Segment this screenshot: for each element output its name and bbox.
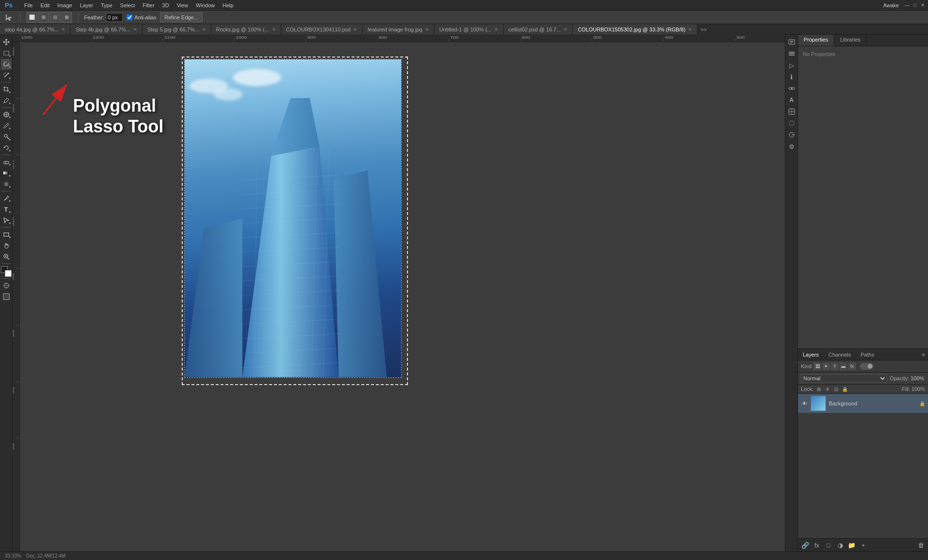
- add-style-btn[interactable]: fx: [812, 541, 821, 549]
- tab-colourbox2[interactable]: COLOURBOX1505302.jpg @ 33.3% (RGB/8) ✕: [573, 24, 697, 35]
- filter-toggle[interactable]: [860, 363, 873, 370]
- action-icon[interactable]: ▷: [786, 60, 797, 71]
- filter-shape-icon[interactable]: ▬: [840, 362, 847, 370]
- menu-layer[interactable]: Layer: [76, 1, 97, 9]
- filter-smart-icon[interactable]: fx: [848, 362, 856, 370]
- brush-tool-btn[interactable]: ▸: [1, 120, 12, 131]
- tab-step4b[interactable]: Step 4b.jpg @ 66.7%... ✕: [71, 24, 142, 35]
- gradient-tool-btn[interactable]: ▸: [1, 168, 12, 178]
- tab-close[interactable]: ✕: [202, 27, 206, 32]
- tab-close[interactable]: ✕: [425, 27, 429, 32]
- history-brush-tool-btn[interactable]: ▸: [1, 143, 12, 153]
- table-icon[interactable]: [786, 106, 797, 117]
- tab-paths[interactable]: Paths: [856, 350, 879, 359]
- anti-alias-checkbox[interactable]: [127, 14, 132, 20]
- filter-pixel-icon[interactable]: 🖼: [813, 362, 821, 370]
- tab-overflow-btn[interactable]: >>: [697, 27, 710, 32]
- background-color[interactable]: [5, 270, 12, 277]
- eraser-tool-btn[interactable]: ▸: [1, 157, 12, 167]
- patch-tool-btn[interactable]: ▸: [1, 109, 12, 120]
- tab-rocks[interactable]: Rocks.jpg @ 100% (... ✕: [211, 24, 281, 35]
- filter-adjust-icon[interactable]: ✦: [822, 362, 830, 370]
- character-icon[interactable]: A: [786, 95, 797, 105]
- info-icon[interactable]: ℹ: [786, 72, 797, 82]
- pen-tool-btn[interactable]: ▸: [1, 193, 12, 203]
- menu-3d[interactable]: 3D: [159, 1, 173, 9]
- add-mask-btn[interactable]: □: [824, 541, 833, 549]
- refine-edge-button[interactable]: Refine Edge...: [160, 13, 203, 22]
- link-layers-btn[interactable]: 🔗: [801, 541, 810, 549]
- maximize-button[interactable]: □: [912, 2, 918, 9]
- blur-tool-btn[interactable]: ▸: [1, 179, 12, 189]
- zoom-tool-btn[interactable]: [1, 251, 12, 262]
- move-tool-btn[interactable]: [1, 37, 12, 47]
- tab-untitled[interactable]: Untitled-1 @ 100% (... ✕: [435, 24, 504, 35]
- add-adjustment-btn[interactable]: ◑: [836, 541, 844, 549]
- marquee-tool-btn[interactable]: ▸: [1, 48, 12, 58]
- tab-step5[interactable]: Step 5.jpg @ 66.7%... ✕: [143, 24, 211, 35]
- path-select-tool-btn[interactable]: ▸: [1, 215, 12, 226]
- lock-all-icon[interactable]: 🔒: [841, 386, 848, 392]
- menu-window[interactable]: Window: [192, 1, 218, 9]
- menu-select[interactable]: Select: [116, 1, 139, 9]
- menu-type[interactable]: Type: [97, 1, 116, 9]
- menu-file[interactable]: File: [20, 1, 37, 9]
- tab-close[interactable]: ✕: [564, 27, 567, 32]
- new-group-btn[interactable]: 📁: [847, 541, 856, 549]
- tab-frog[interactable]: featured image frog.jpg ✕: [362, 24, 434, 35]
- blend-mode-select[interactable]: Normal: [801, 374, 887, 383]
- add-selection-btn[interactable]: ⊞: [38, 12, 49, 23]
- tab-close[interactable]: ✕: [353, 27, 357, 32]
- clone-stamp-tool-btn[interactable]: ▸: [1, 131, 12, 142]
- adjustments-icon[interactable]: [786, 83, 797, 94]
- tab-channels[interactable]: Channels: [824, 350, 856, 359]
- lasso-tool-btn[interactable]: ▸: [1, 59, 12, 70]
- menu-image[interactable]: Image: [54, 1, 76, 9]
- magic-wand-tool-btn[interactable]: ▸: [1, 70, 12, 81]
- new-selection-btn[interactable]: ⬜: [27, 12, 37, 23]
- menu-help[interactable]: Help: [218, 1, 237, 9]
- minimize-button[interactable]: —: [904, 2, 911, 9]
- crop-tool-btn[interactable]: ▸: [1, 84, 12, 95]
- tab-libraries[interactable]: Libraries: [834, 35, 867, 46]
- hand-tool-btn[interactable]: [1, 240, 12, 251]
- canvas-area[interactable]: PolygonalLasso Tool: [20, 42, 785, 551]
- quick-mask-btn[interactable]: [1, 280, 12, 291]
- tab-step4a[interactable]: step 4a.jpg @ 66.7%... ✕: [0, 24, 71, 35]
- tab-cellist[interactable]: cellist02.psd @ 16.7... ✕: [504, 24, 573, 35]
- layers-panel-icon[interactable]: [786, 48, 797, 59]
- menu-view[interactable]: View: [173, 1, 192, 9]
- lock-position-icon[interactable]: ✛: [824, 386, 831, 392]
- filter-type-icon[interactable]: T: [831, 362, 839, 370]
- color-swatches[interactable]: [1, 266, 12, 277]
- eyedropper-tool-btn[interactable]: ▸: [1, 95, 12, 106]
- screen-mode-btn[interactable]: [1, 291, 12, 302]
- tab-close[interactable]: ✕: [61, 27, 65, 32]
- tab-properties[interactable]: Properties: [798, 35, 834, 46]
- subtract-selection-btn[interactable]: ⊟: [50, 12, 60, 23]
- properties-panel-icon[interactable]: [786, 37, 797, 47]
- layer-row-background[interactable]: 👁 Background 🔒: [798, 394, 928, 414]
- intersect-selection-btn[interactable]: ⊠: [61, 12, 72, 23]
- brush-settings-icon[interactable]: [786, 118, 797, 129]
- layer-visibility-icon[interactable]: 👁: [801, 400, 808, 407]
- menu-filter[interactable]: Filter: [139, 1, 158, 9]
- delete-layer-btn[interactable]: 🗑: [916, 541, 925, 549]
- lock-artboard-icon[interactable]: ⊡: [833, 386, 840, 392]
- shape-tool-btn[interactable]: ▸: [1, 229, 12, 240]
- menu-edit[interactable]: Edit: [37, 1, 54, 9]
- settings-icon[interactable]: ⚙: [786, 141, 797, 152]
- tab-close[interactable]: ✕: [133, 27, 137, 32]
- tab-close[interactable]: ✕: [272, 27, 276, 32]
- color-icon[interactable]: [786, 129, 797, 140]
- tab-close[interactable]: ✕: [494, 27, 498, 32]
- tab-layers[interactable]: Layers: [798, 350, 824, 359]
- layers-options-button[interactable]: ≡: [919, 351, 928, 359]
- type-tool-btn[interactable]: T ▸: [1, 204, 12, 215]
- close-button[interactable]: ✕: [919, 2, 926, 9]
- tab-colourbox1[interactable]: COLOURBOX1304110.psd ✕: [281, 24, 363, 35]
- tab-close[interactable]: ✕: [688, 27, 692, 32]
- feather-input[interactable]: [106, 13, 123, 22]
- lock-pixels-icon[interactable]: ⊞: [815, 386, 822, 392]
- new-layer-btn[interactable]: +: [859, 541, 868, 549]
